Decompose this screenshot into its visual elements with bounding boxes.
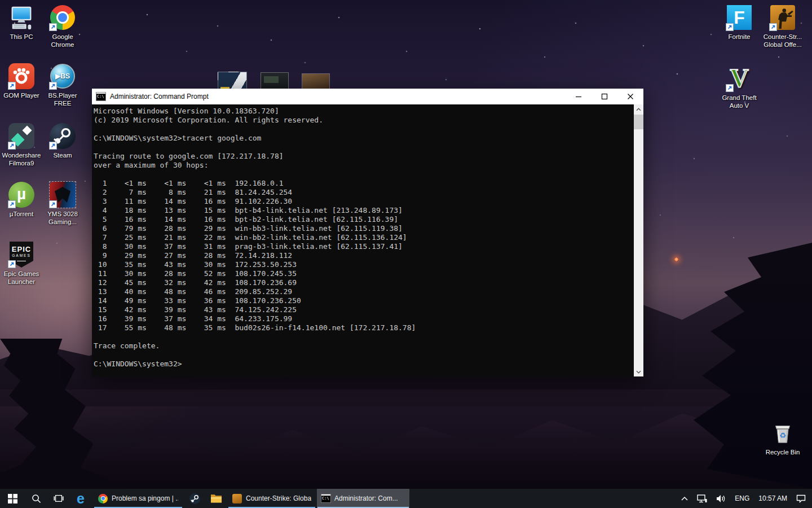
scrollbar-down-arrow[interactable] — [634, 367, 643, 376]
epic-games-icon: EPIC GAMES — [8, 242, 34, 268]
task-view-button[interactable] — [47, 489, 70, 508]
shortcut-arrow-icon — [49, 142, 57, 150]
console-text[interactable]: Microsoft Windows [Version 10.0.18363.72… — [92, 104, 634, 376]
icon-label: Google Chrome — [42, 33, 83, 49]
icon-label: YMS 3028 Gaming... — [42, 210, 83, 226]
language-indicator[interactable]: ENG — [732, 489, 752, 508]
taskbar-button-label: Administrator: Com... — [334, 494, 398, 502]
console-scrollbar[interactable] — [634, 104, 643, 376]
taskbar-button-label: Counter-Strike: Globa... — [246, 494, 311, 502]
csgo-icon — [232, 494, 242, 503]
scrollbar-thumb[interactable] — [634, 115, 643, 129]
desktop-icon-fortnite[interactable]: F Fortnite — [718, 5, 761, 41]
this-pc-icon — [8, 5, 34, 30]
taskbar-cmd-button[interactable]: C:\ Administrator: Com... — [317, 489, 409, 508]
filmora-icon — [8, 123, 34, 149]
scrollbar-up-arrow[interactable] — [634, 104, 643, 114]
desktop-icon-utorrent[interactable]: µ µTorrent — [1, 182, 42, 218]
volume-icon[interactable] — [713, 489, 729, 508]
icon-label: Grand Theft Auto V — [718, 94, 761, 110]
window-title: Administrator: Command Prompt — [110, 93, 209, 100]
shortcut-arrow-icon — [769, 23, 777, 31]
icon-label: Wondershare Filmora9 — [1, 151, 42, 167]
cmd-window: C:\ Administrator: Command Prompt Micros… — [92, 89, 643, 376]
icon-label: Epic Games Launcher — [1, 270, 42, 286]
start-button[interactable] — [0, 489, 25, 508]
taskbar-csgo-button[interactable]: Counter-Strike: Globa... — [228, 489, 316, 508]
fortnite-icon: F — [726, 5, 752, 30]
gta-v-icon: V — [726, 65, 752, 91]
csgo-icon — [770, 5, 796, 30]
desktop-icon-gom-player[interactable]: GOM Player — [1, 63, 42, 99]
icon-label: BS.Player FREE — [42, 91, 83, 107]
console-area: Microsoft Windows [Version 10.0.18363.72… — [92, 104, 643, 376]
shortcut-arrow-icon — [49, 82, 57, 90]
shortcut-arrow-icon — [8, 142, 16, 150]
taskbar: e Problem sa pingom | ... Counter-Strike… — [0, 489, 812, 508]
desktop-icon-bsplayer[interactable]: ▶BS BS.Player FREE — [42, 63, 83, 107]
desktop-icon-csgo[interactable]: Counter-Str... Global Offe... — [760, 5, 806, 49]
svg-text:♻: ♻ — [779, 431, 786, 440]
edge-button[interactable]: e — [70, 489, 91, 508]
cmd-icon: C:\ — [321, 494, 330, 502]
bsplayer-icon: ▶BS — [50, 63, 76, 89]
shortcut-arrow-icon — [726, 84, 734, 92]
file-explorer-icon — [210, 493, 222, 503]
minimize-button[interactable] — [566, 89, 592, 104]
shortcut-arrow-icon — [8, 82, 16, 90]
stars-layer — [0, 0, 1, 1]
desktop-icon-recycle-bin[interactable]: ♻ Recycle Bin — [760, 420, 806, 456]
icon-label: µTorrent — [10, 210, 33, 218]
utorrent-icon: µ — [8, 182, 34, 208]
icon-label: Steam — [53, 151, 72, 159]
chrome-icon — [50, 5, 76, 30]
thumbnail-detail — [264, 76, 279, 83]
close-button[interactable] — [617, 89, 643, 104]
title-bar[interactable]: C:\ Administrator: Command Prompt — [92, 89, 643, 104]
desktop-icon-yms-gaming[interactable]: YMS 3028 Gaming... — [42, 182, 83, 226]
desktop: This PC Google Chrome GOM Player — [0, 0, 812, 489]
system-tray: ENG 10:57 AM — [678, 489, 812, 508]
icon-label: This PC — [10, 33, 33, 41]
taskbar-chrome-button[interactable]: Problem sa pingom | ... — [94, 489, 183, 508]
show-hidden-icons-button[interactable] — [678, 489, 691, 508]
maximize-button[interactable] — [592, 89, 617, 104]
desktop-icon-google-chrome[interactable]: Google Chrome — [42, 5, 83, 49]
shortcut-arrow-icon — [49, 23, 57, 31]
desktop-icon-this-pc[interactable]: This PC — [1, 5, 42, 41]
taskbar-explorer-button[interactable] — [205, 489, 227, 508]
shortcut-arrow-icon — [726, 23, 734, 31]
desktop-icon-filmora[interactable]: Wondershare Filmora9 — [1, 123, 42, 167]
gom-player-icon — [8, 63, 34, 89]
action-center-button[interactable] — [793, 489, 809, 508]
steam-icon — [189, 493, 201, 505]
clock[interactable]: 10:57 AM — [756, 489, 790, 508]
cmd-window-icon: C:\ — [96, 93, 105, 100]
desktop-icon-steam[interactable]: Steam — [42, 123, 83, 159]
recycle-bin-icon: ♻ — [770, 420, 796, 446]
steam-icon — [50, 123, 76, 149]
icon-label: Counter-Str... Global Offe... — [760, 33, 806, 49]
edge-icon: e — [77, 492, 85, 506]
shortcut-arrow-icon — [8, 260, 16, 268]
icon-label: Fortnite — [729, 33, 751, 41]
taskbar-steam-button[interactable] — [184, 489, 205, 508]
network-icon[interactable] — [694, 489, 710, 508]
search-button[interactable] — [25, 489, 47, 508]
orange-star — [674, 257, 678, 261]
desktop-icon-gta-v[interactable]: V Grand Theft Auto V — [718, 65, 761, 110]
desktop-icon-epic-games[interactable]: EPIC GAMES Epic Games Launcher — [1, 242, 42, 286]
shortcut-arrow-icon — [8, 200, 16, 208]
icon-label: Recycle Bin — [766, 448, 800, 456]
shortcut-arrow-icon — [49, 200, 57, 208]
chrome-icon — [98, 494, 108, 503]
yms-gaming-icon — [50, 182, 76, 208]
taskbar-button-label: Problem sa pingom | ... — [112, 494, 178, 502]
icon-label: GOM Player — [3, 91, 39, 99]
